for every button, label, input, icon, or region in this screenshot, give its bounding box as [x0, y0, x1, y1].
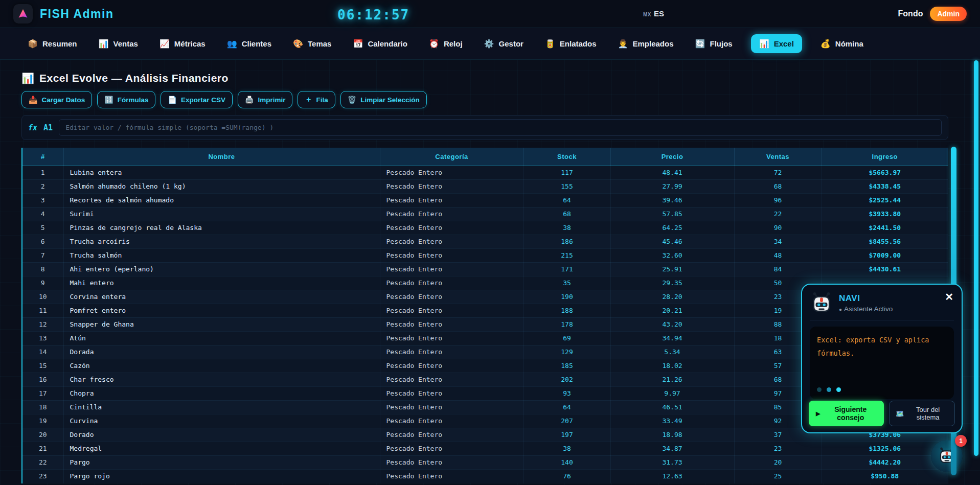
tab-enlatados[interactable]: 🥫Enlatados	[542, 34, 600, 53]
add-row-button[interactable]: ＋Fila	[298, 91, 335, 108]
cell[interactable]: 76	[523, 469, 610, 483]
cell[interactable]: Cazón	[63, 359, 380, 373]
cell[interactable]: 21.26	[610, 373, 734, 386]
cell[interactable]: 178	[523, 317, 610, 331]
column-header-ingreso[interactable]: Ingreso	[822, 148, 948, 166]
cell[interactable]: $7009.00	[822, 248, 948, 262]
cell[interactable]: 34.94	[610, 331, 734, 345]
cell[interactable]: Pescado Entero	[380, 428, 523, 442]
system-tour-button[interactable]: 🗺️ Tour del sistema	[889, 401, 955, 426]
cell[interactable]: Chopra	[63, 386, 380, 400]
table-row[interactable]: 2Salmón ahumado chileno (1 kg)Pescado En…	[22, 179, 948, 193]
tab-reloj[interactable]: ⏰Reloj	[426, 34, 466, 53]
cell[interactable]: 69	[523, 331, 610, 345]
cell[interactable]: Ahi entero (eperlano)	[63, 262, 380, 276]
cell[interactable]: 31.73	[610, 455, 734, 469]
cell[interactable]: 5	[22, 221, 63, 235]
cell[interactable]: 16	[22, 373, 63, 386]
cell[interactable]: 12.63	[610, 469, 734, 483]
cell[interactable]: 10	[22, 290, 63, 304]
cell[interactable]: 68	[734, 179, 822, 193]
column-header-nombre[interactable]: Nombre	[63, 148, 380, 166]
cell[interactable]: Pescado Entero	[380, 345, 523, 359]
column-header-ventas[interactable]: Ventas	[734, 148, 822, 166]
cell[interactable]: 18.98	[610, 428, 734, 442]
cell[interactable]: 20	[734, 455, 822, 469]
cell[interactable]: 33.49	[610, 414, 734, 428]
cell[interactable]: 20	[22, 428, 63, 442]
print-button[interactable]: 🖨️Imprimir	[238, 91, 292, 108]
cell[interactable]: Pescado Entero	[380, 414, 523, 428]
cell[interactable]: $2525.44	[822, 193, 948, 207]
cell[interactable]: 1	[22, 166, 63, 179]
cell[interactable]: 2	[22, 179, 63, 193]
cell[interactable]: 12	[22, 317, 63, 331]
cell[interactable]: 129	[523, 345, 610, 359]
table-row[interactable]: 22PargoPescado Entero14031.7320$4442.20	[22, 455, 948, 469]
cell[interactable]: Pescado Entero	[380, 248, 523, 262]
cell[interactable]: 13	[22, 331, 63, 345]
cell[interactable]: 5.34	[610, 345, 734, 359]
column-header-categoria[interactable]: Categoría	[380, 148, 523, 166]
cell[interactable]: 15	[22, 359, 63, 373]
cell[interactable]: 8	[22, 262, 63, 276]
tab-nomina[interactable]: 💰Nómina	[817, 34, 867, 53]
admin-role-badge[interactable]: Admin	[930, 7, 967, 21]
clear-selection-button[interactable]: 🗑️Limpiar Selección	[340, 91, 427, 108]
cell[interactable]: Pinzas de cangrejo real de Alaska	[63, 221, 380, 235]
cell[interactable]: 64	[523, 400, 610, 414]
tab-metricas[interactable]: 📈Métricas	[156, 34, 209, 53]
tab-flujos[interactable]: 🔄Flujos	[692, 34, 736, 53]
cell[interactable]: 207	[523, 414, 610, 428]
cell[interactable]: 185	[523, 359, 610, 373]
cell[interactable]: Pescado Entero	[380, 207, 523, 221]
cell[interactable]: $5663.97	[822, 166, 948, 179]
cell[interactable]: 215	[523, 248, 610, 262]
cell[interactable]: 25.91	[610, 262, 734, 276]
cell[interactable]: Pescado Entero	[380, 235, 523, 248]
background-toggle-button[interactable]: Fondo	[898, 9, 923, 18]
cell[interactable]: Pescado Entero	[380, 400, 523, 414]
cell[interactable]: Surimi	[63, 207, 380, 221]
table-row[interactable]: 7Trucha salmónPescado Entero21532.6048$7…	[22, 248, 948, 262]
cell[interactable]: 64	[523, 193, 610, 207]
cell[interactable]: 22	[734, 207, 822, 221]
cell[interactable]: 32.60	[610, 248, 734, 262]
cell[interactable]: $4430.61	[822, 262, 948, 276]
cell[interactable]: Dorado	[63, 428, 380, 442]
cell[interactable]: 23	[734, 442, 822, 455]
cell[interactable]: Pescado Entero	[380, 455, 523, 469]
cell[interactable]: Pargo	[63, 455, 380, 469]
cell[interactable]: Pescado Entero	[380, 179, 523, 193]
tab-ventas[interactable]: 📊Ventas	[96, 34, 141, 53]
cell[interactable]: Char fresco	[63, 373, 380, 386]
next-tip-button[interactable]: ▶ Siguiente consejo	[809, 401, 884, 426]
cell[interactable]: Salmón ahumado chileno (1 kg)	[63, 179, 380, 193]
cell[interactable]: Trucha arcoíris	[63, 235, 380, 248]
cell[interactable]: 9.97	[610, 386, 734, 400]
notification-badge[interactable]: 1	[955, 435, 967, 447]
cell[interactable]: Pescado Entero	[380, 317, 523, 331]
cell[interactable]: Snapper de Ghana	[63, 317, 380, 331]
cell[interactable]: 48.41	[610, 166, 734, 179]
cell[interactable]: 57.85	[610, 207, 734, 221]
cell[interactable]: Curvina	[63, 414, 380, 428]
cell[interactable]: 117	[523, 166, 610, 179]
cell[interactable]: Recortes de salmón ahumado	[63, 193, 380, 207]
cell[interactable]: 68	[523, 207, 610, 221]
column-header-stock[interactable]: Stock	[523, 148, 610, 166]
cell[interactable]: Pescado Entero	[380, 193, 523, 207]
table-row[interactable]: 5Pinzas de cangrejo real de AlaskaPescad…	[22, 221, 948, 235]
cell[interactable]: Pescado Entero	[380, 386, 523, 400]
cell[interactable]: Pescado Entero	[380, 304, 523, 317]
cell[interactable]: 21	[22, 442, 63, 455]
table-row[interactable]: 1Lubina enteraPescado Entero11748.4172$5…	[22, 166, 948, 179]
tab-resumen[interactable]: 📦Resumen	[25, 34, 80, 53]
formulas-button[interactable]: 🔢Fórmulas	[97, 91, 155, 108]
cell[interactable]: 27.99	[610, 179, 734, 193]
cell[interactable]: 35	[523, 276, 610, 290]
cell[interactable]: 38	[523, 442, 610, 455]
cell[interactable]: $950.88	[822, 469, 948, 483]
cell[interactable]: 4	[22, 207, 63, 221]
cell[interactable]: 19	[22, 414, 63, 428]
